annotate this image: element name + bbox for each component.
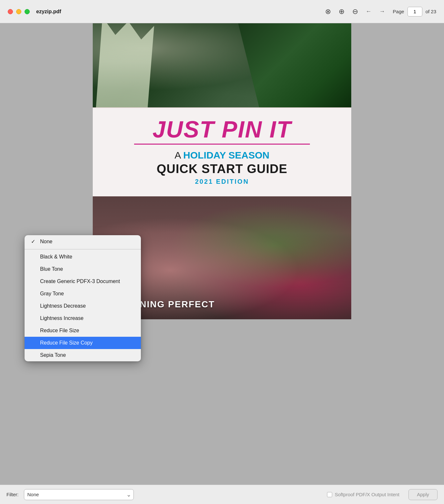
dropdown-item-sepia-tone[interactable]: Sepia Tone xyxy=(25,349,141,361)
titlebar: ezyzip.pdf ⊗ ⊕ ⊖ ← → Page 1 of 23 xyxy=(0,0,444,23)
toolbar-icons: ⊗ ⊕ ⊖ ← → Page 1 of 23 xyxy=(325,7,436,16)
filter-dropdown-menu: ✓NoneBlack & WhiteBlue ToneCreate Generi… xyxy=(25,235,141,361)
page-back-icon[interactable]: ← xyxy=(366,8,372,15)
dropdown-item-blue-tone[interactable]: Blue Tone xyxy=(25,263,141,275)
softproof-label-text: Softproof PDF/X Output Intent xyxy=(335,492,399,497)
pdf-edition: 2021 EDITION xyxy=(112,178,332,185)
apply-button[interactable]: Apply xyxy=(408,489,438,500)
pdf-subtitle-line2: QUICK START GUIDE xyxy=(112,162,332,176)
dropdown-item-lightness-decrease[interactable]: Lightness Decrease xyxy=(25,300,141,312)
minimize-button[interactable] xyxy=(16,9,21,14)
filter-select[interactable]: None xyxy=(24,489,134,500)
dropdown-label-reduce-file-size-copy: Reduce File Size Copy xyxy=(40,340,93,346)
dropdown-label-gray-tone: Gray Tone xyxy=(40,291,64,297)
pdf-top-image xyxy=(93,23,351,107)
dropdown-label-sepia-tone: Sepia Tone xyxy=(40,352,66,358)
dropdown-divider xyxy=(25,249,141,249)
dropdown-item-create-generic[interactable]: Create Generic PDFX-3 Document xyxy=(25,275,141,288)
zoom-in-icon[interactable]: ⊕ xyxy=(339,7,344,16)
softproof-container: Softproof PDF/X Output Intent xyxy=(327,492,399,497)
dropdown-item-none[interactable]: ✓None xyxy=(25,235,141,248)
page-total: of 23 xyxy=(426,9,436,14)
dropdown-item-lightness-increase[interactable]: Lightness Increase xyxy=(25,312,141,324)
pdf-subtitle-line1: A HOLIDAY SEASON xyxy=(112,150,332,161)
dropdown-label-lightness-decrease: Lightness Decrease xyxy=(40,303,86,309)
dropdown-label-none: None xyxy=(40,239,52,245)
page-number-input[interactable]: 1 xyxy=(407,7,422,16)
title-separator xyxy=(134,144,310,145)
subtitle-holiday: HOLIDAY SEASON xyxy=(183,150,270,160)
dropdown-label-create-generic: Create Generic PDFX-3 Document xyxy=(40,279,120,284)
content-area: JUST PIN IT A HOLIDAY SEASON QUICK START… xyxy=(0,23,444,485)
dropdown-label-reduce-file-size: Reduce File Size xyxy=(40,328,79,334)
bottom-bar: Filter: None ⌄ Softproof PDF/X Output In… xyxy=(0,485,444,504)
softproof-checkbox[interactable] xyxy=(327,492,332,497)
traffic-lights xyxy=(8,9,30,14)
pdf-main-title: JUST PIN IT xyxy=(112,118,332,141)
color-profile-icon[interactable]: ⊗ xyxy=(325,7,331,16)
page-nav: Page 1 of 23 xyxy=(393,7,436,16)
dropdown-item-black-white[interactable]: Black & White xyxy=(25,251,141,263)
filter-select-container: None ⌄ xyxy=(24,489,134,500)
pine-cone-decoration xyxy=(93,23,154,107)
page-label: Page xyxy=(393,9,404,14)
filter-label: Filter: xyxy=(6,492,19,497)
close-button[interactable] xyxy=(8,9,13,14)
dropdown-checkmark-none: ✓ xyxy=(31,238,37,245)
window-title: ezyzip.pdf xyxy=(36,9,61,15)
dropdown-item-gray-tone[interactable]: Gray Tone xyxy=(25,288,141,300)
pdf-title-area: JUST PIN IT A HOLIDAY SEASON QUICK START… xyxy=(93,107,351,196)
dropdown-item-reduce-file-size-copy[interactable]: Reduce File Size Copy xyxy=(25,337,141,349)
zoom-out-icon[interactable]: ⊖ xyxy=(352,7,358,16)
fullscreen-button[interactable] xyxy=(25,9,30,14)
dropdown-item-reduce-file-size[interactable]: Reduce File Size xyxy=(25,324,141,337)
dropdown-label-blue-tone: Blue Tone xyxy=(40,266,63,272)
subtitle-a: A xyxy=(174,150,183,160)
dropdown-items-list: ✓NoneBlack & WhiteBlue ToneCreate Generi… xyxy=(25,235,141,361)
page-forward-icon[interactable]: → xyxy=(379,8,385,15)
dropdown-label-lightness-increase: Lightness Increase xyxy=(40,315,83,321)
dropdown-label-black-white: Black & White xyxy=(40,254,72,260)
